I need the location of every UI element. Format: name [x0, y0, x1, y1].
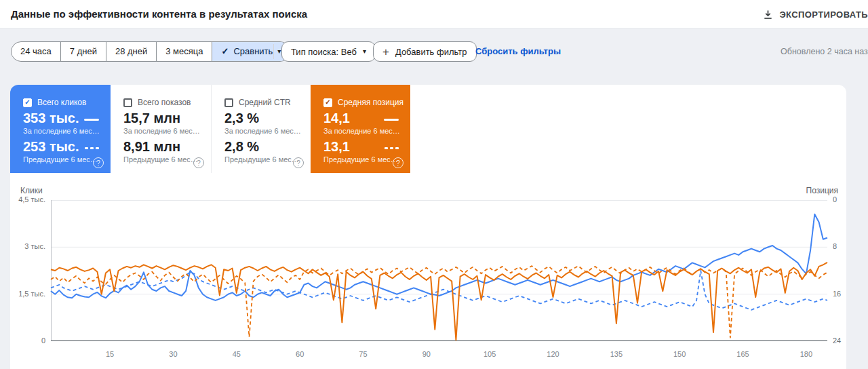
- x-axis-tick-label: 30: [161, 350, 184, 358]
- series-clicks-current: [51, 214, 827, 300]
- range-28d[interactable]: 28 дней: [106, 42, 157, 61]
- checkbox-checked-icon[interactable]: ✓: [323, 98, 332, 107]
- report-panel: ✓ Всего кликов 353 тыс. За последние 6 м…: [10, 85, 846, 369]
- x-axis-tick-label: 165: [732, 350, 755, 358]
- add-filter-button[interactable]: + Добавить фильтр: [373, 41, 477, 62]
- axis-tick-label: 4,5 тыс.: [18, 195, 45, 203]
- x-axis-tick-label: 60: [288, 350, 311, 358]
- filter-divider: [273, 44, 274, 59]
- axis-tick-label: 1,5 тыс.: [18, 290, 45, 298]
- metric-caption-previous: Предыдущие 6 мес…: [224, 155, 299, 163]
- axis-tick-label: 3 тыс.: [24, 242, 45, 250]
- search-type-label: Тип поиска: Веб: [291, 47, 357, 57]
- chevron-down-icon: ▾: [363, 48, 366, 55]
- metric-label: Средний CTR: [239, 98, 291, 107]
- x-axis-tick-label: 75: [351, 350, 374, 358]
- x-axis-tick-label: 180: [795, 350, 818, 358]
- solid-line-icon: [84, 119, 99, 121]
- checkbox-row: Средний CTR: [224, 98, 291, 107]
- x-axis-ticks: 153045607590105120135150165180: [51, 350, 827, 361]
- checkbox-row: Всего показов: [123, 98, 191, 107]
- dashed-line-icon: [85, 147, 99, 149]
- metric-value-previous: 8,91 млн: [123, 139, 180, 155]
- x-axis-tick-label: 45: [225, 350, 248, 358]
- x-axis-tick-label: 135: [605, 350, 628, 358]
- date-range-group: 24 часа 7 дней 28 дней 3 месяца ✓ Сравни…: [11, 41, 290, 62]
- checkbox-checked-icon[interactable]: ✓: [23, 98, 32, 107]
- checkbox-unchecked-icon[interactable]: [224, 98, 233, 107]
- x-axis-tick-label: 150: [668, 350, 691, 358]
- solid-line-icon: [384, 119, 399, 121]
- updated-status: Обновлено 2 часа назад: [781, 41, 868, 62]
- range-7d[interactable]: 7 дней: [61, 42, 106, 61]
- chevron-down-icon: ▾: [277, 48, 281, 55]
- metric-value-previous: 13,1: [323, 139, 350, 155]
- help-icon[interactable]: ?: [393, 157, 403, 168]
- metric-caption-current: За последние 6 мес…: [23, 127, 100, 135]
- axis-tick-label: 16: [833, 290, 841, 298]
- metric-card-ctr[interactable]: Средний CTR 2,3 % За последние 6 мес… 2,…: [211, 85, 311, 173]
- x-axis-tick-label: 15: [98, 350, 121, 358]
- metric-label: Всего кликов: [37, 98, 86, 107]
- top-bar: Данные по эффективности контента в резул…: [0, 0, 868, 28]
- metric-caption-current: За последние 6 мес…: [123, 127, 200, 135]
- checkbox-row: ✓ Всего кликов: [23, 98, 86, 107]
- metric-card-position[interactable]: ✓ Средняя позиция 14,1 За последние 6 ме…: [311, 85, 410, 173]
- axis-tick-label: 0: [41, 336, 45, 345]
- performance-chart[interactable]: [51, 200, 827, 341]
- metric-label: Всего показов: [138, 98, 191, 107]
- metric-value-current: 14,1: [323, 111, 350, 126]
- help-icon[interactable]: ?: [193, 157, 204, 168]
- x-axis-tick-label: 120: [542, 350, 565, 358]
- right-axis-ticks: 081624: [833, 200, 857, 341]
- search-console-performance-screen: Данные по эффективности контента в резул…: [0, 0, 868, 369]
- metric-caption-previous: Предыдущие 6 мес…: [123, 155, 198, 163]
- export-button[interactable]: ЭКСПОРТИРОВАТЬ: [759, 0, 868, 28]
- help-icon[interactable]: ?: [293, 157, 304, 168]
- metric-value-previous: 253 тыс.: [23, 139, 79, 155]
- axis-tick-label: 0: [833, 195, 837, 203]
- metric-value-current: 353 тыс.: [23, 111, 79, 126]
- download-icon: [763, 9, 773, 20]
- x-axis-tick-label: 90: [415, 350, 438, 358]
- series-position-current: [51, 263, 827, 340]
- add-filter-label: Добавить фильтр: [395, 47, 467, 57]
- export-label: ЭКСПОРТИРОВАТЬ: [779, 9, 868, 20]
- left-axis-title: Клики: [20, 186, 43, 195]
- help-icon[interactable]: ?: [93, 157, 104, 168]
- metric-value-previous: 2,8 %: [224, 139, 259, 155]
- metric-value-current: 2,3 %: [224, 111, 259, 126]
- range-compare[interactable]: ✓ Сравнить ▾: [212, 42, 290, 61]
- metric-caption-previous: Предыдущие 6 мес…: [23, 155, 98, 163]
- metric-caption-previous: Предыдущие 6 мес…: [323, 155, 398, 163]
- range-3m[interactable]: 3 месяца: [157, 42, 212, 61]
- axis-tick-label: 24: [833, 336, 841, 345]
- x-axis-tick-label: 105: [478, 350, 501, 358]
- checkbox-unchecked-icon[interactable]: [123, 98, 132, 107]
- metric-caption-current: За последние 6 мес…: [323, 127, 400, 135]
- compare-label: Сравнить: [233, 42, 273, 61]
- reset-filters-link[interactable]: Сбросить фильтры: [475, 41, 561, 62]
- page-title: Данные по эффективности контента в резул…: [11, 0, 307, 28]
- checkbox-row: ✓ Средняя позиция: [323, 98, 403, 107]
- range-24h[interactable]: 24 часа: [12, 42, 61, 61]
- left-axis-ticks: 4,5 тыс.3 тыс.1,5 тыс.0: [10, 200, 45, 341]
- plus-icon: +: [382, 46, 389, 58]
- metric-card-impressions[interactable]: Всего показов 15,7 млн За последние 6 ме…: [111, 85, 211, 173]
- right-axis-title: Позиция: [806, 186, 838, 195]
- checkmark-icon: ✓: [221, 42, 229, 61]
- axis-tick-label: 8: [833, 242, 837, 250]
- metric-value-current: 15,7 млн: [123, 111, 180, 126]
- dashed-line-icon: [384, 147, 399, 149]
- search-type-button[interactable]: Тип поиска: Веб ▾: [281, 41, 376, 62]
- metric-label: Средняя позиция: [338, 98, 403, 107]
- metric-card-clicks[interactable]: ✓ Всего кликов 353 тыс. За последние 6 м…: [10, 85, 111, 173]
- chart-canvas: [51, 200, 827, 341]
- metric-caption-current: За последние 6 мес…: [224, 127, 301, 135]
